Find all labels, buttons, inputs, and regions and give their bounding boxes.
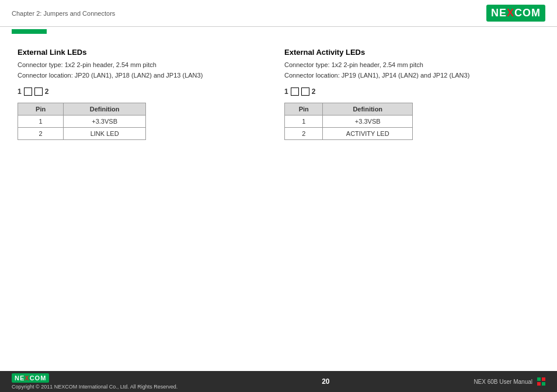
right-pin-diagram: 1 2 (284, 88, 539, 96)
left-pin-1: 1 (18, 116, 64, 128)
chapter-title: Chapter 2: Jumpers and Connectors (12, 10, 115, 17)
left-section-title: External Link LEDs (18, 48, 273, 57)
main-content: External Link LEDs Connector type: 1x2 2… (0, 36, 557, 152)
left-pin-label-1: 1 (18, 88, 22, 96)
table-row: 1 +3.3VSB (285, 116, 413, 128)
table-row: 2 ACTIVITY LED (285, 128, 413, 140)
right-col-definition: Definition (323, 103, 413, 116)
page-footer: NEXCOM Copyright © 2011 NEXCOM Internati… (0, 371, 557, 392)
left-col-definition: Definition (64, 103, 146, 116)
right-pin-box-1 (291, 88, 299, 96)
right-pin-label-2: 2 (312, 88, 316, 96)
footer-logo-text: NEXCOM (15, 374, 46, 382)
left-pin-box-2 (34, 88, 43, 96)
right-pin-label-1: 1 (284, 88, 288, 96)
table-header-row: Pin Definition (285, 103, 413, 116)
footer-grid-icon (537, 377, 545, 386)
logo-text: NEXCOM (491, 7, 541, 19)
left-pin-2: 2 (18, 128, 64, 140)
right-pin-2: 2 (285, 128, 323, 140)
external-activity-leds-section: External Activity LEDs Connector type: 1… (284, 48, 539, 140)
right-def-1: +3.3VSB (323, 116, 413, 128)
footer-right: NEX 60B User Manual (474, 377, 545, 386)
footer-manual-title: NEX 60B User Manual (474, 379, 532, 385)
right-def-2: ACTIVITY LED (323, 128, 413, 140)
left-pin-box-1 (24, 88, 32, 96)
left-pin-table: Pin Definition 1 +3.3VSB 2 LINK LED (18, 103, 146, 140)
left-def-1: +3.3VSB (64, 116, 146, 128)
footer-copyright: Copyright © 2011 NEXCOM International Co… (12, 384, 177, 390)
right-pin-1: 1 (285, 116, 323, 128)
left-pin-diagram: 1 2 (18, 88, 273, 96)
table-header-row: Pin Definition (18, 103, 146, 116)
footer-logo: NEXCOM (12, 373, 177, 383)
right-connector-type: Connector type: 1x2 2-pin header, 2.54 m… (284, 60, 539, 80)
table-row: 1 +3.3VSB (18, 116, 146, 128)
footer-left: NEXCOM Copyright © 2011 NEXCOM Internati… (12, 373, 177, 390)
right-col-pin: Pin (285, 103, 323, 116)
right-section-title: External Activity LEDs (284, 48, 539, 57)
left-connector-type: Connector type: 1x2 2-pin header, 2.54 m… (18, 60, 273, 80)
nexcom-logo: NEXCOM (486, 5, 545, 22)
right-pin-table: Pin Definition 1 +3.3VSB 2 ACTIVITY LED (284, 103, 413, 140)
page-number: 20 (322, 377, 329, 386)
table-row: 2 LINK LED (18, 128, 146, 140)
accent-bar (12, 29, 47, 34)
external-link-leds-section: External Link LEDs Connector type: 1x2 2… (18, 48, 273, 140)
right-pin-box-2 (301, 88, 309, 96)
left-def-2: LINK LED (64, 128, 146, 140)
left-col-pin: Pin (18, 103, 64, 116)
left-pin-label-2: 2 (45, 88, 49, 96)
page-header: Chapter 2: Jumpers and Connectors NEXCOM (0, 0, 557, 27)
